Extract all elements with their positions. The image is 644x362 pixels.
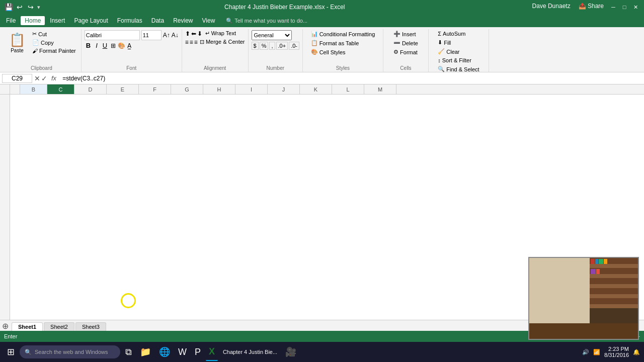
- clear-btn[interactable]: 🧹 Clear: [436, 48, 461, 55]
- font-color-btn[interactable]: A̲: [127, 42, 131, 49]
- italic-button[interactable]: I: [94, 42, 99, 49]
- conditional-formatting-btn[interactable]: 📊 Conditional Formatting: [309, 30, 377, 38]
- file-explorer-btn[interactable]: 📁: [137, 343, 154, 361]
- font-row1: A↑ A↓: [85, 30, 179, 40]
- cell-styles-btn[interactable]: 🎨 Cell Styles: [309, 48, 348, 56]
- start-btn[interactable]: ⊞: [4, 343, 18, 361]
- taskbar-search[interactable]: 🔍 Search the web and Windows: [20, 345, 120, 358]
- taskbar-notification-btn[interactable]: 🔔: [633, 349, 640, 355]
- menu-data[interactable]: Data: [147, 16, 168, 25]
- col-header-I[interactable]: I: [235, 84, 268, 94]
- minimize-btn[interactable]: ─: [609, 3, 618, 12]
- col-header-D[interactable]: D: [74, 84, 107, 94]
- delete-btn[interactable]: ➖ Delete: [391, 39, 420, 47]
- user-name[interactable]: Dave Dunaetz: [529, 3, 574, 12]
- copy-button[interactable]: 📄 Copy: [30, 39, 78, 46]
- save-icon[interactable]: 💾: [4, 3, 13, 12]
- menu-review[interactable]: Review: [169, 16, 197, 25]
- align-bottom-btn[interactable]: ⬇: [197, 30, 202, 37]
- excel-task-label[interactable]: Chapter 4 Justin Bie...: [220, 343, 280, 361]
- column-headers: B C D E F G H I J K L M: [0, 84, 644, 95]
- sheet-tab-3[interactable]: Sheet3: [75, 322, 106, 331]
- taskbar-network-icon[interactable]: 📶: [593, 349, 600, 355]
- underline-button[interactable]: U: [101, 42, 109, 49]
- align-center-btn[interactable]: ≡: [190, 39, 193, 46]
- menu-page-layout[interactable]: Page Layout: [70, 16, 112, 25]
- format-painter-button[interactable]: 🖌 Format Painter: [30, 47, 78, 54]
- col-header-K[interactable]: K: [300, 84, 332, 94]
- col-header-G[interactable]: G: [171, 84, 203, 94]
- undo-icon[interactable]: ↩: [15, 3, 24, 12]
- paste-button[interactable]: 📋 Paste: [5, 30, 29, 55]
- col-header-F[interactable]: F: [139, 84, 171, 94]
- clipboard-content: 📋 Paste ✂ Cut 📄 Copy 🖌 Format Painter: [5, 30, 78, 64]
- align-top-btn[interactable]: ⬆: [185, 30, 190, 37]
- col-header-B[interactable]: B: [20, 84, 47, 94]
- taskbar-search-icon: 🔍: [25, 349, 32, 355]
- col-header-J[interactable]: J: [268, 84, 300, 94]
- insert-btn[interactable]: ➕ Insert: [391, 30, 418, 38]
- number-format-select[interactable]: General: [252, 30, 292, 40]
- word-btn[interactable]: W: [175, 343, 190, 361]
- fill-btn[interactable]: ⬇ Fill: [436, 39, 453, 46]
- browser-btn[interactable]: 🌐: [156, 343, 173, 361]
- font-name-input[interactable]: [85, 30, 140, 40]
- menu-view[interactable]: View: [198, 16, 219, 25]
- ribbon-font-group: A↑ A↓ B I U ⊞ 🎨 A̲ Font: [82, 29, 182, 72]
- border-btn[interactable]: ⊞: [111, 42, 116, 49]
- col-header-E[interactable]: E: [107, 84, 139, 94]
- sheet-tab-2[interactable]: Sheet2: [44, 322, 74, 331]
- col-header-L[interactable]: L: [332, 84, 364, 94]
- col-header-M[interactable]: M: [364, 84, 396, 94]
- format-btn[interactable]: ⚙ Format: [391, 48, 420, 56]
- font-content: A↑ A↓ B I U ⊞ 🎨 A̲: [85, 30, 179, 64]
- increase-decimal-btn[interactable]: .0+: [276, 42, 288, 50]
- align-middle-btn[interactable]: ⬅: [191, 30, 196, 37]
- svg-rect-6: [590, 298, 639, 304]
- menu-file[interactable]: File: [2, 16, 20, 25]
- percent-btn[interactable]: %: [260, 42, 269, 50]
- share-btn[interactable]: 📤 Share: [576, 3, 607, 12]
- col-header-A[interactable]: [10, 84, 20, 94]
- bold-button[interactable]: B: [85, 42, 92, 49]
- cancel-formula-btn[interactable]: ✕: [34, 74, 40, 82]
- powerpoint-btn[interactable]: P: [192, 343, 204, 361]
- format-as-table-btn[interactable]: 📋 Format as Table: [309, 39, 361, 47]
- taskbar-sound-icon[interactable]: 🔊: [582, 349, 589, 355]
- formula-input[interactable]: [60, 74, 642, 83]
- currency-btn[interactable]: $: [252, 42, 259, 50]
- font-size-input[interactable]: [141, 30, 162, 40]
- merge-center-btn[interactable]: ⊡ Merge & Center: [200, 39, 245, 46]
- align-left-btn[interactable]: ≡: [185, 39, 189, 46]
- comma-btn[interactable]: ,: [269, 42, 275, 50]
- formula-bar-buttons: ✕ ✓: [34, 74, 47, 82]
- styles-content: 📊 Conditional Formatting 📋 Format as Tab…: [309, 30, 377, 64]
- align-right-btn[interactable]: ≡: [194, 39, 198, 46]
- new-sheet-btn[interactable]: ⊕: [2, 321, 9, 331]
- excel-btn[interactable]: X: [206, 343, 218, 361]
- increase-font-btn[interactable]: A↑: [163, 32, 170, 39]
- menu-home[interactable]: Home: [21, 16, 45, 25]
- close-btn[interactable]: ✕: [631, 3, 640, 12]
- col-header-H[interactable]: H: [203, 84, 235, 94]
- redo-icon[interactable]: ↪: [26, 3, 35, 12]
- maximize-btn[interactable]: □: [620, 3, 629, 12]
- wrap-text-btn[interactable]: ↵ Wrap Text: [205, 30, 236, 37]
- autosum-btn[interactable]: Σ AutoSum: [436, 30, 467, 37]
- menu-formulas[interactable]: Formulas: [113, 16, 146, 25]
- fill-color-btn[interactable]: 🎨: [118, 42, 125, 49]
- sort-filter-btn[interactable]: ↕ Sort & Filter: [436, 57, 473, 64]
- decrease-font-btn[interactable]: A↓: [172, 32, 179, 39]
- decrease-decimal-btn[interactable]: .0-: [289, 42, 299, 50]
- cell-reference-box[interactable]: [2, 74, 32, 83]
- screencast-btn[interactable]: 🎥: [282, 343, 299, 361]
- find-select-btn[interactable]: 🔍 Find & Select: [436, 65, 481, 73]
- sheet-tab-1[interactable]: Sheet1: [12, 322, 43, 331]
- col-header-C[interactable]: C: [47, 84, 74, 94]
- menu-insert[interactable]: Insert: [46, 16, 69, 25]
- cut-button[interactable]: ✂ Cut: [30, 30, 78, 38]
- tell-me-input[interactable]: 🔍 Tell me what you want to do...: [226, 18, 307, 24]
- taskview-btn[interactable]: ⧉: [122, 343, 135, 361]
- svg-rect-4: [590, 278, 639, 284]
- confirm-formula-btn[interactable]: ✓: [41, 74, 47, 82]
